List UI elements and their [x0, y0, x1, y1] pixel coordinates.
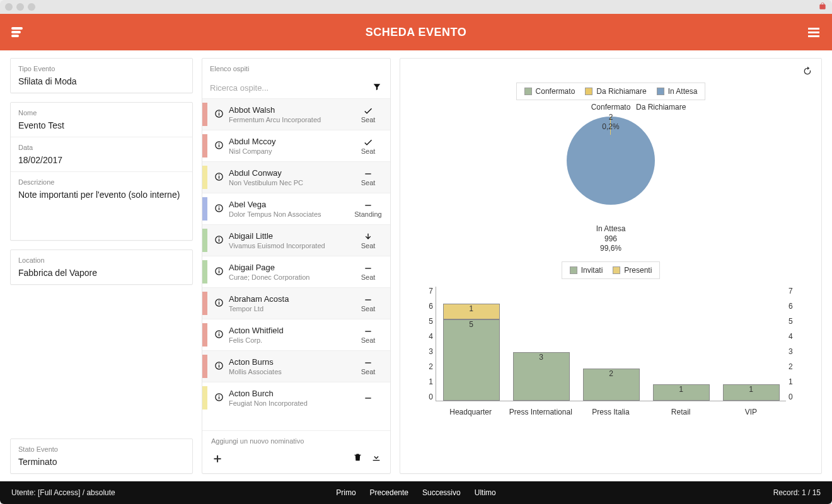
pie-side-label: Da Richiamare [636, 103, 686, 112]
info-icon[interactable] [212, 140, 225, 152]
info-icon[interactable] [212, 203, 225, 215]
event-type-label: Tipo Evento [18, 65, 185, 72]
database-icon[interactable] [11, 27, 23, 37]
event-desc-value[interactable]: Note importanti per l'evento (solo inter… [18, 190, 185, 234]
info-icon[interactable] [212, 266, 225, 278]
pie-legend-darichiamare: Da Richiamare [596, 87, 646, 96]
svg-rect-9 [365, 173, 371, 174]
bar-category-label: Retail [646, 408, 716, 416]
bar-presenti: 1 [443, 304, 500, 320]
guest-seat: Seat [361, 116, 376, 123]
info-icon[interactable] [212, 172, 225, 183]
guest-name: Abigail Little [229, 231, 354, 241]
info-icon[interactable] [212, 298, 225, 309]
traffic-lights [5, 3, 35, 11]
pie-top-pct: 0,2% [602, 122, 619, 131]
bar-category-label: Press Italia [575, 408, 645, 416]
guest-row[interactable]: Abel VegaDolor Tempus Non AssociatesStan… [202, 193, 390, 224]
guest-seat: Seat [361, 305, 376, 312]
info-icon[interactable] [212, 361, 225, 372]
add-guest-button[interactable]: ＋ [211, 450, 224, 467]
svg-rect-11 [218, 207, 219, 210]
guest-row[interactable]: Abigail PageCurae; Donec CorporationSeat [202, 256, 390, 287]
pie-bottom-pct: 99,6% [600, 244, 621, 253]
minimize-dot[interactable] [16, 3, 24, 11]
event-status-label: Stato Evento [18, 445, 185, 453]
svg-rect-32 [365, 362, 371, 363]
event-location-value[interactable]: Fabbrica del Vapore [18, 268, 185, 278]
footer-user: Utente: [Full Access] / absolute [11, 488, 115, 497]
svg-rect-16 [218, 237, 219, 238]
nav-first[interactable]: Primo [336, 488, 355, 497]
guest-row[interactable]: Acton BurchFeugiat Non Incorporated [202, 382, 390, 413]
export-guests-button[interactable] [371, 452, 381, 465]
svg-rect-8 [218, 174, 219, 175]
close-dot[interactable] [5, 3, 13, 11]
svg-rect-22 [218, 302, 219, 304]
delete-guest-button[interactable] [353, 452, 362, 465]
svg-rect-5 [218, 142, 219, 143]
menu-icon[interactable] [808, 28, 819, 37]
bar-column: 1 [653, 384, 710, 401]
guest-company: Feugiat Non Incorporated [229, 399, 354, 407]
info-icon[interactable] [212, 235, 225, 246]
window-titlebar [0, 0, 832, 14]
guest-name: Acton Whitfield [229, 326, 354, 335]
guest-status-icon [354, 263, 383, 273]
svg-rect-7 [218, 176, 219, 178]
filter-icon[interactable] [373, 83, 381, 93]
guest-company: Vivamus Euismod Incorporated [229, 242, 354, 249]
info-icon[interactable] [212, 392, 225, 404]
record-counter: Record: 1 / 15 [773, 488, 821, 497]
guest-row[interactable]: Acton BurnsMollis AssociatesSeat [202, 350, 390, 382]
guest-color-bar [202, 197, 207, 220]
svg-rect-1 [218, 113, 219, 115]
guest-status-icon [354, 106, 383, 116]
guest-seat: Standing [354, 210, 381, 218]
event-name-value[interactable]: Evento Test [18, 120, 185, 130]
add-guest-label: Aggiungi un nuovo nominativo [211, 437, 381, 445]
page-header: SCHEDA EVENTO [0, 14, 832, 50]
info-icon[interactable] [212, 109, 225, 120]
svg-rect-36 [365, 398, 371, 398]
pie-top-label: Confermato [591, 103, 631, 112]
event-date-value[interactable]: 18/02/2017 [18, 155, 185, 165]
nav-last[interactable]: Ultimo [475, 488, 496, 497]
search-input[interactable] [210, 83, 367, 93]
guest-row[interactable]: Abraham AcostaTempor LtdSeat [202, 287, 390, 319]
svg-rect-13 [365, 205, 371, 205]
event-status-value[interactable]: Terminato [18, 457, 185, 467]
guest-name: Abigail Page [229, 263, 354, 272]
guest-color-bar [202, 166, 207, 189]
bar-category-label: Headquarter [436, 408, 506, 416]
guest-color-bar [202, 260, 207, 284]
guest-company: Mollis Associates [229, 368, 354, 375]
pie-legend-confermato: Confermato [536, 87, 575, 96]
refresh-icon[interactable] [802, 66, 812, 79]
nav-next[interactable]: Successivo [422, 488, 461, 497]
guest-row[interactable]: Abbot WalshFermentum Arcu IncorporatedSe… [202, 98, 390, 130]
guest-status-icon [354, 393, 383, 403]
nav-prev[interactable]: Precedente [370, 488, 408, 497]
guest-color-bar [202, 355, 207, 378]
guest-row[interactable]: Abdul ConwayNon Vestibulum Nec PCSeat [202, 161, 390, 193]
svg-rect-20 [365, 268, 371, 268]
guest-row[interactable]: Abdul MccoyNisl CompanySeat [202, 130, 390, 161]
bar-column: 51 [443, 304, 500, 401]
pie-legend: Confermato Da Richiamare In Attesa [516, 83, 706, 100]
guest-color-bar [202, 229, 207, 252]
guest-row[interactable]: Acton WhitfieldFelis Corp.Seat [202, 319, 390, 350]
guest-row[interactable]: Abigail LittleVivamus Euismod Incorporat… [202, 224, 390, 256]
info-icon[interactable] [212, 329, 225, 341]
guest-status-icon [354, 169, 383, 179]
bar-legend-presenti: Presenti [624, 266, 652, 275]
svg-rect-19 [218, 268, 219, 269]
unlock-icon[interactable] [818, 2, 827, 13]
bar-column: 2 [583, 369, 640, 401]
guest-company: Felis Corp. [229, 336, 354, 344]
event-status-card: Stato Evento Terminato [10, 438, 193, 474]
zoom-dot[interactable] [28, 3, 35, 11]
event-type-value[interactable]: Sfilata di Moda [18, 76, 185, 86]
bar-invitati: 3 [513, 352, 570, 401]
guest-company: Dolor Tempus Non Associates [229, 210, 354, 218]
